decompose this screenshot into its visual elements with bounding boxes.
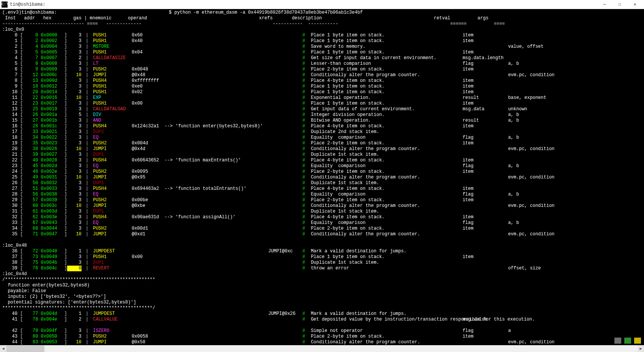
- disasm-row-cont: [2, 322, 642, 328]
- terminal-line: inputs: (2) ['bytes32', '<bytes??>']: [2, 294, 642, 300]
- tray-chat-icon[interactable]: [624, 338, 631, 344]
- disasm-row: 38 [ 75 0x004b ] 3 |DUP1 # Duplicate 1st…: [2, 260, 642, 266]
- terminal-line: /***************************************…: [2, 277, 642, 283]
- disasm-row: 32 [ 62 0x003e ] 3 |PUSH4 0x90ae631d -->…: [2, 214, 642, 220]
- disasm-row: 25 [ 49 0x0031 ] 10 |JUMPI @0x95 # Condi…: [2, 175, 642, 180]
- terminal-line: (.env3)tin@oshibama: $ python -m ethereu…: [2, 10, 642, 16]
- disasm-row: 12 [ 23 0x0017 ] 3 |PUSH1 0x00 # Place 1…: [2, 101, 642, 106]
- tray-monitor-icon[interactable]: [614, 338, 621, 344]
- terminal-line: :loc_0x0: [2, 27, 642, 33]
- disasm-row: 44 [ 83 0x0053 ] 10 |JUMPI @0x58 # Condi…: [2, 339, 642, 345]
- column-headers: Inst addr hex gas | mnemonic operand xre…: [2, 16, 642, 21]
- disasm-row: 33 [ 67 0x0043 ] 3 |EQ # Equality compar…: [2, 220, 642, 226]
- disasm-row: 26 [ 50 0x0032 ] 3 |DUP1 # Duplicate 1st…: [2, 180, 642, 186]
- disasm-row: 17 [ 33 0x0021 ] 3 |DUP2 # Duplicate 2nd…: [2, 129, 642, 135]
- disasm-row: 34 [ 68 0x0044 ] 3 |PUSH2 0x00d1 # Place…: [2, 226, 642, 232]
- disasm-row: 36 [ 72 0x0048 ] 1 |JUMPDEST JUMPI@0xc #…: [2, 249, 642, 254]
- system-tray: [613, 337, 642, 344]
- disasm-row: 43 [ 80 0x0050 ] 3 |PUSH2 0x0058 # Place…: [2, 334, 642, 339]
- header-underline: ------------------------------ ==== ----…: [2, 21, 642, 27]
- disasm-row: 20 [ 38 0x0026 ] 10 |JUMPI @0x4d # Condi…: [2, 146, 642, 152]
- disasm-row: 35 [ 71 0x0047 ] 10 |JUMPI @0xd1 # Condi…: [2, 232, 642, 237]
- window-title: tin@oshibama:: [10, 2, 597, 7]
- disasm-row: 28 [ 56 0x0038 ] 3 |EQ # Equality compar…: [2, 192, 642, 197]
- disasm-row: 16 [ 28 0x001c ] 3 |PUSH4 0x124c32a1 -->…: [2, 124, 642, 129]
- scroll-thumb[interactable]: [6, 346, 44, 352]
- disasm-row: 23 [ 45 0x002d ] 3 |EQ # Equality compar…: [2, 163, 642, 169]
- scroll-track[interactable]: [6, 346, 638, 352]
- terminal-line: function enter(bytes32,bytes8): [2, 283, 642, 288]
- maximize-button[interactable]: ☐: [612, 2, 627, 7]
- scroll-right-arrow[interactable]: ▶: [638, 346, 644, 352]
- disasm-row: 9 [ 18 0x0012 ] 3 |PUSH1 0xe0 # Place 1 …: [2, 84, 642, 89]
- disasm-row: 4 [ 7 0x0007 ] 2 |CALLDATASIZE # Get siz…: [2, 55, 642, 61]
- disasm-row: 6 [ 9 0x0009 ] 3 |PUSH2 0x0048 # Place 2…: [2, 67, 642, 72]
- disasm-row: 42 [ 79 0x004f ] 3 |ISZERO # Simple not …: [2, 328, 642, 334]
- disasm-row: 10 [ 20 0x0014 ] 3 |PUSH1 0x02 # Place 1…: [2, 89, 642, 95]
- terminal-line: :loc_0x48: [2, 243, 642, 249]
- disasm-row: 30 [ 60 0x003c ] 10 |JUMPI @0xbe # Condi…: [2, 203, 642, 209]
- disasm-row: 15 [ 27 0x001b ] 3 |AND # Bitwise AND op…: [2, 118, 642, 124]
- disasm-row: 22 [ 40 0x0028 ] 3 |PUSH4 0x60643652 -->…: [2, 158, 642, 163]
- disasm-row: 24 [ 46 0x002e ] 3 |PUSH2 0x0095 # Place…: [2, 169, 642, 175]
- disasm-row: 37 [ 73 0x0049 ] 3 |PUSH1 0x00 # Place 1…: [2, 254, 642, 260]
- terminal-output[interactable]: (.env3)tin@oshibama: $ python -m ethereu…: [0, 9, 644, 345]
- disasm-row: 21 [ 39 0x0027 ] 3 |DUP1 # Duplicate 1st…: [2, 152, 642, 158]
- window-titlebar: C:\ tin@oshibama: — ☐ ✕: [0, 0, 644, 9]
- terminal-line: :loc_0x4d: [2, 271, 642, 277]
- disasm-row: 0 [ 0 0x0000 ] 3 |PUSH1 0x60 # Place 1 b…: [2, 33, 642, 38]
- disasm-row: 1 [ 2 0x0002 ] 3 |PUSH1 0x40 # Place 1 b…: [2, 38, 642, 44]
- tray-shield-icon[interactable]: [634, 338, 641, 344]
- minimize-button[interactable]: —: [597, 2, 612, 7]
- disasm-row: 7 [ 12 0x000c ] 10 |JUMPI @0x48 # Condit…: [2, 72, 642, 78]
- terminal-icon: C:\: [2, 2, 8, 8]
- disasm-row: 39 [ 76 0x004c ] 0 |REVERT # throw an er…: [2, 266, 642, 271]
- disasm-row: 29 [ 57 0x0039 ] 3 |PUSH2 0x00be # Place…: [2, 197, 642, 203]
- disasm-row: 19 [ 35 0x0023 ] 3 |PUSH2 0x004d # Place…: [2, 141, 642, 146]
- disasm-row: 40 [ 77 0x004d ] 1 |JUMPDEST JUMPI@0x26 …: [2, 311, 642, 317]
- disasm-row: 3 [ 5 0x0005 ] 3 |PUSH1 0x04 # Place 1 b…: [2, 50, 642, 55]
- disasm-row: 2 [ 4 0x0004 ] 3 |MSTORE # Save word to …: [2, 44, 642, 50]
- disasm-row: 14 [ 26 0x001a ] 5 |DIV # Integer divisi…: [2, 112, 642, 118]
- disasm-row: 5 [ 8 0x0008 ] 3 |LT # Lesser-than compa…: [2, 61, 642, 67]
- scroll-left-arrow[interactable]: ◀: [0, 346, 6, 352]
- terminal-line: [2, 237, 642, 243]
- close-button[interactable]: ✕: [627, 2, 642, 7]
- disasm-row: 31 [ 61 0x003d ] 3 |DUP1 # Duplicate 1st…: [2, 209, 642, 214]
- terminal-line: potential signatures: ['enter(bytes32,by…: [2, 300, 642, 305]
- terminal-line: ****************************************…: [2, 305, 642, 311]
- terminal-line: payable: False: [2, 288, 642, 294]
- disasm-row: 41 [ 78 0x004e ] 2 |CALLVALUE # Get depo…: [2, 317, 642, 322]
- disasm-row: 8 [ 13 0x000d ] 3 |PUSH4 0xffffffff # Pl…: [2, 78, 642, 84]
- disasm-row: 13 [ 25 0x0019 ] 3 |CALLDATALOAD # Get i…: [2, 106, 642, 112]
- disasm-row: 11 [ 22 0x0016 ] 10 |EXP # Exponential o…: [2, 95, 642, 101]
- disasm-row: 27 [ 51 0x0033 ] 3 |PUSH4 0x694463a2 -->…: [2, 186, 642, 192]
- disasm-row: 18 [ 34 0x0022 ] 3 |EQ # Equality compar…: [2, 135, 642, 141]
- horizontal-scrollbar[interactable]: ◀ ▶: [0, 345, 644, 352]
